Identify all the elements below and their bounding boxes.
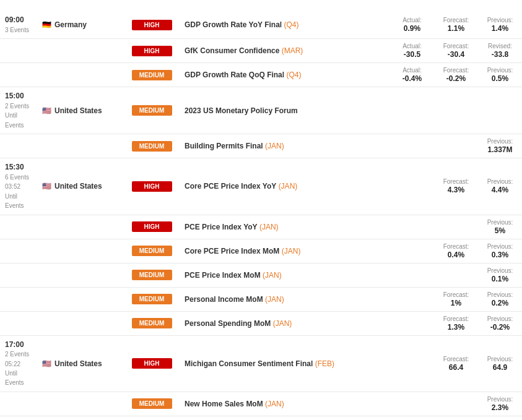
previous-value: 0.3% [483,251,517,259]
impact-cell: HIGH [124,158,180,215]
calendar-table: 09:003 Events🇩🇪GermanyHIGHGDP Growth Rat… [0,11,522,420]
event-period: (JAN) [273,319,292,328]
event-name-cell[interactable]: Core PCE Price Index MoM (JAN) [180,239,386,263]
country-cell [37,287,124,311]
previous-value: 2.3% [483,403,517,412]
table-row: HIGHPCE Price Index YoY (JAN)Previous:5% [0,215,522,239]
flag-icon: 🇺🇸 [42,182,51,191]
country-name: United States [54,106,102,115]
event-countdown: 05:22 [5,361,20,367]
time-cell: 17:002 Events05:22UntilEvents [0,335,37,392]
data-cell: Actual:0.9%Forecast:1.1%Previous:1.4% [386,11,522,39]
data-cell: Forecast:0.4%Previous:0.3% [386,239,522,263]
country-cell [37,215,124,239]
time-cell: 09:003 Events [0,11,37,39]
data-cell [386,416,522,420]
data-cell: Previous:0.1% [386,263,522,287]
event-title: New Home Sales MoM [185,400,263,408]
country-cell [37,39,124,63]
event-count: 2 Events [5,351,29,358]
actual-label: Actual: [395,17,429,24]
event-period: (JAN) [282,247,301,255]
event-time: 09:00 [5,15,24,24]
country-cell: 🇺🇸United States [37,87,124,134]
country-cell: 🇺🇸United States [37,335,124,392]
time-cell [0,239,37,263]
event-name-cell[interactable]: PCE Price Index YoY (JAN) [180,215,386,239]
event-name-cell[interactable]: Building Permits Final (JAN) [180,134,386,158]
event-name-cell[interactable]: Personal Spending MoM (JAN) [180,311,386,335]
event-title: Personal Income MoM [185,295,263,304]
data-cell: Previous:1.337M [386,134,522,158]
previous-label: Previous: [483,67,517,74]
forecast-label: Forecast: [439,291,473,298]
previous-value: 1.4% [483,24,517,33]
event-title: Building Permits Final [185,142,263,150]
event-name-cell[interactable]: Fed Jefferson Speech [180,416,386,420]
event-time: 17:00 [5,340,24,349]
forecast-value: -30.4 [439,50,473,59]
data-cell: Actual:-30.5Forecast:-30.4Revised:-33.8 [386,39,522,63]
time-cell [0,134,37,158]
event-name-cell[interactable]: Core PCE Price Index YoY (JAN) [180,158,386,215]
event-name-cell[interactable]: PCE Price Index MoM (JAN) [180,263,386,287]
actual-label: Actual: [395,67,429,74]
previous-label: Previous: [483,315,517,322]
country-cell: 🇩🇪Germany [37,11,124,39]
data-cell: Previous:2.3% [386,392,522,416]
impact-badge: MEDIUM [132,398,172,409]
country-cell [37,134,124,158]
time-cell [0,392,37,416]
impact-cell: MEDIUM [124,287,180,311]
actual-value: 0.9% [395,24,429,33]
event-name-cell[interactable]: GDP Growth Rate YoY Final (Q4) [180,11,386,39]
event-period: (Q4) [286,71,301,79]
table-row: MEDIUMCore PCE Price Index MoM (JAN)Fore… [0,239,522,263]
event-name-cell[interactable]: 2023 US Monetary Policy Forum [180,87,386,134]
time-cell [0,311,37,335]
previous-label: Previous: [483,178,517,185]
previous-label: Previous: [483,243,517,250]
table-row: 17:002 Events05:22UntilEvents🇺🇸United St… [0,335,522,392]
impact-badge: MEDIUM [132,105,172,116]
data-cell: Forecast:1%Previous:0.2% [386,287,522,311]
event-title: Core PCE Price Index YoY [185,182,276,191]
flag-icon: 🇩🇪 [42,20,51,29]
forecast-value: 1% [439,299,473,307]
forecast-value: 1.1% [439,24,473,33]
impact-cell: MEDIUM [124,239,180,263]
time-cell: 15:002 EventsUntilEvents [0,87,37,134]
event-name-cell[interactable]: GfK Consumer Confidence (MAR) [180,39,386,63]
event-name-cell[interactable]: GDP Growth Rate QoQ Final (Q4) [180,63,386,87]
previous-value: 0.1% [483,275,517,283]
event-time: 15:30 [5,163,24,171]
event-title: GfK Consumer Confidence [185,46,279,55]
data-cell: Previous:5% [386,215,522,239]
forecast-value: -0.2% [439,74,473,83]
forecast-value: 0.4% [439,251,473,259]
table-row: MEDIUMBuilding Permits Final (JAN)Previo… [0,134,522,158]
event-title: PCE Price Index MoM [185,271,261,280]
event-title: Core PCE Price Index MoM [185,247,279,255]
country-cell [37,311,124,335]
table-row: MEDIUMNew Home Sales MoM (JAN)Previous:2… [0,392,522,416]
event-count: 6 Events [5,174,29,181]
event-title: GDP Growth Rate QoQ Final [185,71,284,79]
previous-value: 5% [483,226,517,235]
actual-label: Actual: [395,43,429,49]
event-name-cell[interactable]: Michigan Consumer Sentiment Final (FEB) [180,335,386,392]
time-cell: 17:152 Events05:37UntilEvents [0,416,37,420]
event-name-cell[interactable]: Personal Income MoM (JAN) [180,287,386,311]
country-cell [37,63,124,87]
page-title [0,0,522,11]
table-row: 15:306 Events03:52UntilEvents🇺🇸United St… [0,158,522,215]
impact-badge: MEDIUM [132,270,172,280]
event-period: (JAN) [265,142,284,150]
forecast-value: 1.3% [439,323,473,332]
time-cell: 15:306 Events03:52UntilEvents [0,158,37,215]
event-period: (JAN) [265,400,284,408]
impact-badge: MEDIUM [132,70,172,80]
event-name-cell[interactable]: New Home Sales MoM (JAN) [180,392,386,416]
impact-cell: MEDIUM [124,311,180,335]
table-row: MEDIUMGDP Growth Rate QoQ Final (Q4)Actu… [0,63,522,87]
